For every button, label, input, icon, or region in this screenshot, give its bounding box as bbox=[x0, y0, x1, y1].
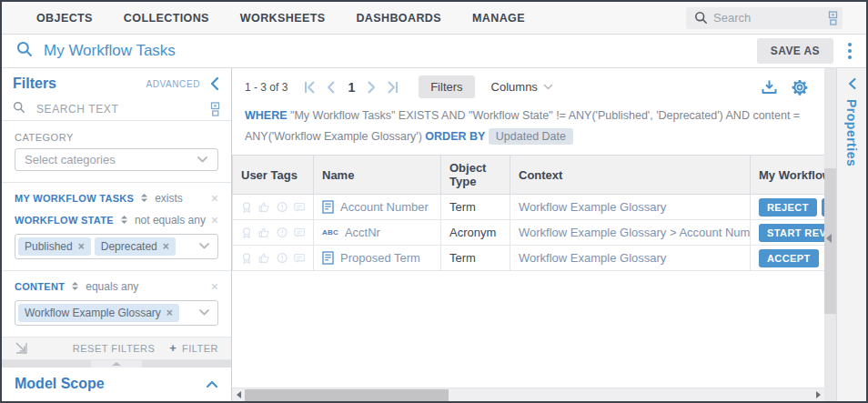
where-keyword: WHERE bbox=[245, 109, 288, 122]
thumbs-up-icon[interactable] bbox=[258, 200, 269, 214]
splitter-collapse-arrow-icon[interactable] bbox=[826, 234, 832, 243]
add-filter-button[interactable]: + FILTER bbox=[169, 341, 218, 355]
table-row[interactable]: Account Number Term Workflow Example Glo… bbox=[233, 195, 825, 220]
thumbs-up-icon[interactable] bbox=[258, 226, 269, 239]
comment-icon[interactable] bbox=[294, 227, 305, 239]
reject-button[interactable]: REJECT bbox=[759, 198, 817, 217]
model-scope-title: Model Scope bbox=[15, 376, 105, 392]
panel-splitter[interactable] bbox=[824, 68, 836, 401]
content-values[interactable]: Workflow Example Glossary× bbox=[15, 300, 218, 326]
context-link[interactable]: Workflow Example Glossary > Account Numb… bbox=[519, 226, 751, 239]
pagination-count: 1 - 3 of 3 bbox=[245, 81, 288, 94]
plus-icon: + bbox=[169, 341, 177, 355]
asset-name-link[interactable]: AcctNr bbox=[345, 226, 380, 239]
category-select[interactable]: Select categories bbox=[15, 148, 218, 171]
table-row[interactable]: Proposed Term Term Workflow Example Glos… bbox=[233, 246, 825, 271]
chevron-up-icon bbox=[112, 362, 121, 366]
filters-toggle-button[interactable]: Filters bbox=[419, 76, 474, 98]
horizontal-scrollbar[interactable] bbox=[232, 388, 824, 401]
column-header-name[interactable]: Name bbox=[314, 156, 441, 195]
operator-toggle-icon[interactable] bbox=[141, 194, 147, 202]
operator-toggle-icon[interactable] bbox=[72, 282, 78, 290]
nav-manage[interactable]: MANAGE bbox=[472, 12, 525, 25]
operator-toggle-icon[interactable] bbox=[121, 216, 127, 224]
search-icon bbox=[694, 11, 708, 28]
context-link[interactable]: Workflow Example Glossary bbox=[519, 200, 666, 214]
remove-filter-icon[interactable]: × bbox=[211, 192, 218, 205]
download-icon[interactable] bbox=[762, 79, 777, 95]
alert-circle-icon[interactable] bbox=[277, 200, 288, 214]
start-review-button[interactable]: START REVIEW bbox=[759, 224, 824, 242]
remove-chip-icon[interactable]: × bbox=[78, 241, 85, 252]
first-page-icon[interactable] bbox=[303, 81, 317, 94]
collapse-panel-grip[interactable] bbox=[91, 360, 142, 368]
award-icon[interactable] bbox=[241, 251, 252, 266]
remove-filter-icon[interactable]: × bbox=[211, 280, 218, 293]
object-type-cell: Term bbox=[441, 195, 510, 220]
current-page-number[interactable]: 1 bbox=[348, 80, 355, 95]
reset-filters-button[interactable]: RESET FILTERS bbox=[73, 343, 155, 354]
category-placeholder: Select categories bbox=[25, 153, 116, 166]
columns-dropdown[interactable]: Columns bbox=[491, 80, 553, 94]
filter-chip: Workflow Example Glossary× bbox=[18, 304, 179, 322]
previous-page-icon[interactable] bbox=[326, 81, 336, 94]
table-row[interactable]: ABC AcctNr Acronym Workflow Example Glos… bbox=[233, 220, 825, 246]
filter-label[interactable]: WORKFLOW STATE bbox=[15, 215, 114, 226]
scrollbar-thumb[interactable] bbox=[245, 389, 449, 401]
scrollbar-track[interactable] bbox=[245, 388, 812, 401]
properties-rail[interactable]: Properties bbox=[836, 68, 866, 401]
chevron-up-icon[interactable] bbox=[206, 379, 218, 388]
comment-icon[interactable] bbox=[294, 252, 305, 265]
remove-chip-icon[interactable]: × bbox=[167, 307, 173, 318]
more-options-kebab-icon[interactable] bbox=[844, 41, 855, 61]
filter-label[interactable]: MY WORKFLOW TASKS bbox=[15, 193, 134, 204]
column-header-workflow[interactable]: My Workflow Tasks bbox=[751, 156, 825, 195]
alert-circle-icon[interactable] bbox=[277, 226, 288, 239]
column-header-context[interactable]: Context bbox=[510, 156, 751, 195]
asset-name-link[interactable]: Account Number bbox=[340, 200, 429, 214]
filter-operator[interactable]: exists bbox=[155, 192, 183, 205]
search-result-icon bbox=[16, 41, 33, 61]
orderby-chip[interactable]: Updated Date bbox=[489, 128, 573, 145]
save-as-button[interactable]: SAVE AS bbox=[757, 38, 833, 64]
acronym-abc-icon: ABC bbox=[322, 228, 338, 237]
scroll-left-arrow-icon[interactable] bbox=[232, 391, 245, 398]
workflow-state-values[interactable]: Published× Deprecated× bbox=[15, 234, 218, 259]
chip-label: Deprecated bbox=[101, 240, 157, 253]
collapse-corner-icon[interactable] bbox=[15, 341, 28, 355]
nav-collections[interactable]: COLLECTIONS bbox=[124, 12, 209, 25]
scroll-right-arrow-icon[interactable] bbox=[812, 391, 824, 398]
filter-operator[interactable]: equals any bbox=[86, 280, 138, 293]
nav-objects[interactable]: OBJECTS bbox=[36, 12, 93, 25]
collapse-sidebar-chevron-icon[interactable] bbox=[209, 76, 220, 91]
settings-gear-icon[interactable] bbox=[792, 79, 808, 96]
advanced-filters-link[interactable]: ADVANCED bbox=[146, 79, 200, 89]
exact-match-toggle-icon[interactable] bbox=[828, 11, 838, 29]
alert-circle-icon[interactable] bbox=[277, 251, 288, 265]
comment-icon[interactable] bbox=[294, 201, 305, 214]
award-icon[interactable] bbox=[241, 226, 252, 240]
column-header-object-type[interactable]: Object Type bbox=[441, 156, 510, 195]
column-header-user-tags[interactable]: User Tags bbox=[233, 156, 314, 195]
asset-name-link[interactable]: Proposed Term bbox=[340, 251, 420, 265]
properties-tab-label[interactable]: Properties bbox=[844, 99, 859, 166]
context-link[interactable]: Workflow Example Glossary bbox=[519, 251, 666, 265]
accept-button[interactable]: ACCEPT bbox=[759, 249, 819, 267]
nav-dashboards[interactable]: DASHBOARDS bbox=[356, 12, 441, 25]
filter-workflow-state: WORKFLOW STATE not equals any × bbox=[2, 205, 231, 227]
thumbs-up-icon[interactable] bbox=[258, 251, 269, 265]
expand-properties-chevron-icon[interactable] bbox=[847, 77, 857, 90]
term-document-icon bbox=[322, 251, 334, 265]
next-page-icon[interactable] bbox=[367, 81, 377, 94]
search-text-input[interactable] bbox=[35, 102, 210, 116]
remove-filter-icon[interactable]: × bbox=[211, 214, 218, 227]
nav-worksheets[interactable]: WORKSHEETS bbox=[240, 12, 326, 25]
filter-label[interactable]: CONTENT bbox=[15, 281, 65, 292]
exact-text-toggle-icon[interactable] bbox=[210, 102, 220, 116]
filter-operator[interactable]: not equals any bbox=[135, 214, 206, 227]
award-icon[interactable] bbox=[241, 200, 252, 215]
global-search-input[interactable] bbox=[686, 7, 843, 29]
last-page-icon[interactable] bbox=[386, 81, 399, 94]
title-bar: My Workflow Tasks SAVE AS bbox=[2, 35, 866, 68]
remove-chip-icon[interactable]: × bbox=[163, 241, 169, 252]
